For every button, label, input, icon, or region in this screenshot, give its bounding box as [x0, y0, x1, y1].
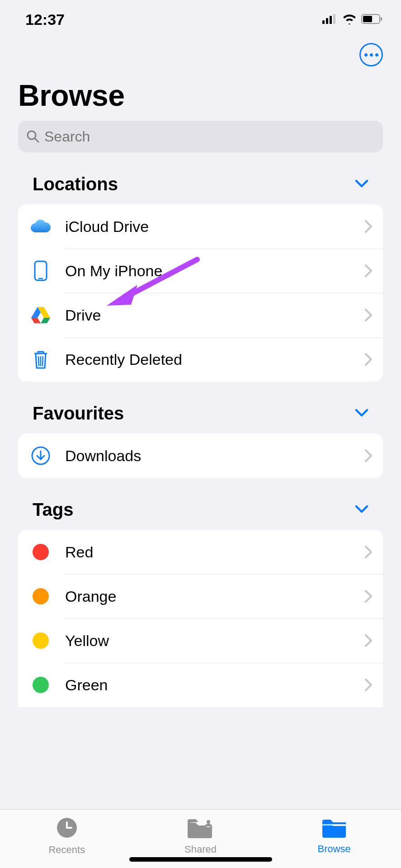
svg-rect-25	[322, 824, 346, 826]
search-bar[interactable]	[18, 121, 383, 152]
trash-icon	[29, 348, 52, 371]
tag-row-yellow[interactable]: Yellow	[18, 618, 383, 663]
favourites-title: Favourites	[33, 403, 124, 424]
location-row-icloud[interactable]: iCloud Drive	[18, 204, 383, 249]
search-input[interactable]	[44, 128, 375, 145]
tag-row-orange[interactable]: Orange	[18, 574, 383, 618]
status-icons	[322, 14, 383, 26]
cellular-icon	[322, 14, 338, 26]
tab-label: Browse	[317, 843, 350, 855]
tab-shared[interactable]: Shared	[134, 816, 267, 855]
chevron-right-icon	[365, 353, 372, 366]
chevron-right-icon	[365, 449, 372, 462]
search-icon	[26, 130, 40, 143]
row-label: Orange	[65, 588, 365, 605]
favourites-list: Downloads	[18, 434, 383, 478]
locations-list: iCloud Drive On My iPhone Drive	[18, 204, 383, 382]
row-label: On My iPhone	[65, 262, 365, 280]
row-label: Green	[65, 676, 365, 694]
chevron-right-icon	[365, 546, 372, 558]
location-row-recently-deleted[interactable]: Recently Deleted	[18, 337, 383, 382]
files-app-screen: 12:37 Browse	[0, 0, 401, 868]
status-time: 12:37	[25, 11, 65, 28]
main-content: 12:37 Browse	[0, 0, 401, 809]
tags-title: Tags	[33, 500, 73, 520]
svg-rect-0	[322, 20, 325, 24]
tab-label: Recents	[48, 844, 85, 856]
tag-dot-icon	[29, 540, 52, 564]
row-label: Downloads	[65, 447, 365, 465]
chevron-down-icon	[355, 179, 368, 190]
shared-folder-icon	[186, 816, 215, 841]
wifi-icon	[342, 14, 357, 26]
chevron-right-icon	[365, 634, 372, 647]
row-label: Yellow	[65, 632, 365, 650]
tags-header[interactable]: Tags	[0, 500, 401, 520]
tab-label: Shared	[184, 844, 217, 855]
chevron-right-icon	[365, 679, 372, 691]
tab-browse[interactable]: Browse	[268, 817, 401, 855]
tags-list: Red Orange Yellow Green	[18, 530, 383, 707]
svg-line-8	[35, 138, 38, 142]
svg-point-24	[207, 820, 210, 824]
tag-dot-icon	[29, 585, 52, 608]
svg-line-15	[38, 356, 39, 366]
svg-line-17	[42, 356, 43, 366]
status-bar: 12:37	[0, 0, 401, 33]
svg-marker-12	[41, 318, 50, 323]
clock-icon	[55, 816, 79, 841]
svg-marker-14	[31, 318, 41, 323]
chevron-right-icon	[365, 220, 372, 233]
download-icon	[29, 444, 52, 467]
tab-recents[interactable]: Recents	[0, 816, 133, 856]
svg-rect-1	[326, 18, 328, 24]
content-area: 12:37 Browse	[0, 0, 401, 809]
google-drive-icon	[29, 303, 52, 327]
tag-row-red[interactable]: Red	[18, 530, 383, 574]
ellipsis-icon	[364, 53, 378, 57]
iphone-icon	[29, 259, 52, 283]
tag-dot-icon	[29, 673, 52, 697]
svg-rect-5	[363, 16, 372, 22]
row-label: Red	[65, 543, 365, 561]
more-options-button[interactable]	[359, 43, 383, 66]
svg-rect-6	[381, 17, 382, 21]
chevron-down-icon	[355, 408, 368, 419]
location-row-iphone[interactable]: On My iPhone	[18, 249, 383, 293]
tag-dot-icon	[29, 629, 52, 652]
locations-title: Locations	[33, 174, 118, 194]
battery-icon	[361, 14, 383, 26]
favourite-row-downloads[interactable]: Downloads	[18, 434, 383, 478]
chevron-down-icon	[355, 505, 368, 515]
tag-row-green[interactable]: Green	[18, 663, 383, 707]
chevron-right-icon	[365, 309, 372, 321]
favourites-header[interactable]: Favourites	[0, 403, 401, 424]
svg-rect-2	[330, 16, 332, 24]
home-indicator[interactable]	[129, 857, 272, 862]
folder-icon	[321, 817, 348, 840]
page-title: Browse	[0, 69, 401, 121]
locations-header[interactable]: Locations	[0, 174, 401, 194]
svg-rect-9	[35, 261, 47, 280]
row-label: Drive	[65, 307, 365, 324]
row-label: iCloud Drive	[65, 218, 365, 236]
chevron-right-icon	[365, 590, 372, 603]
toolbar	[0, 41, 401, 69]
chevron-right-icon	[365, 264, 372, 277]
icloud-icon	[29, 215, 52, 238]
svg-rect-3	[333, 14, 335, 24]
row-label: Recently Deleted	[65, 351, 365, 368]
location-row-drive[interactable]: Drive	[18, 293, 383, 337]
